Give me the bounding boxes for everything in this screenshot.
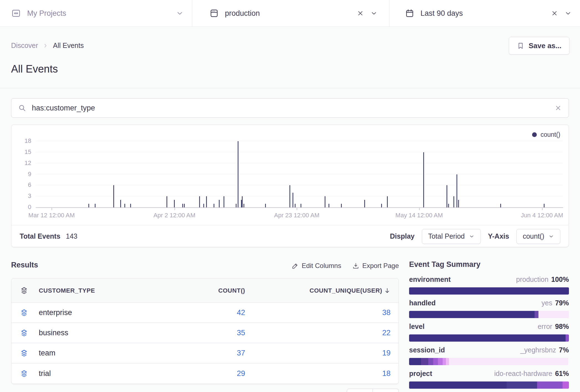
events-chart-panel: count() 0369121518 Mar 12 12:00 AMApr 2 … <box>11 125 569 247</box>
tag-summary-heading: Event Tag Summary <box>409 260 569 269</box>
tag-bar-segment[interactable] <box>409 311 535 318</box>
tag-bar[interactable] <box>409 287 569 295</box>
tag-group: handledyes79% <box>409 299 569 318</box>
chevron-down-icon[interactable] <box>176 9 184 17</box>
chart-gridline <box>36 141 563 141</box>
save-as-button[interactable]: Save as... <box>509 37 569 55</box>
edit-columns-button[interactable]: Edit Columns <box>292 262 341 270</box>
cell-count-unique[interactable]: 38 <box>245 308 391 317</box>
tag-bar-segment[interactable] <box>449 358 568 365</box>
search-bar[interactable] <box>11 98 569 118</box>
tag-bar-segment[interactable] <box>446 358 449 365</box>
chart-x-tick <box>297 208 297 210</box>
cell-count[interactable]: 42 <box>162 308 245 317</box>
stack-icon <box>20 309 28 317</box>
stack-icon <box>20 287 39 295</box>
chart-bar <box>458 200 459 207</box>
cell-count-unique[interactable]: 18 <box>245 369 391 378</box>
tag-bar-segment[interactable] <box>428 358 433 365</box>
chart-bar <box>242 196 243 207</box>
edit-columns-label: Edit Columns <box>302 262 341 270</box>
page-title: All Events <box>11 63 58 75</box>
environment-label: production <box>225 9 260 18</box>
tag-bar-segment[interactable] <box>409 334 566 342</box>
header-divider <box>0 88 580 88</box>
tag-bar-segment[interactable] <box>438 358 443 365</box>
breadcrumb-discover-link[interactable]: Discover <box>11 42 38 50</box>
chart-gridline <box>36 174 563 174</box>
chart-y-tick-label: 9 <box>15 171 31 178</box>
next-page-button[interactable] <box>373 389 399 392</box>
tag-name: project <box>409 370 432 378</box>
column-header-count-unique[interactable]: COUNT_UNIQUE(USER) <box>245 287 391 294</box>
display-dropdown[interactable]: Total Period <box>422 229 481 244</box>
tag-top-value: production <box>516 275 548 283</box>
tag-bar-segment[interactable] <box>538 311 569 318</box>
total-events-label: Total Events <box>20 232 60 240</box>
daterange-selector[interactable]: Last 90 days <box>389 0 580 27</box>
tag-bar-segment[interactable] <box>566 334 569 342</box>
y-axis-dropdown[interactable]: count() <box>516 229 560 244</box>
cell-count[interactable]: 37 <box>162 349 245 357</box>
column-header-count[interactable]: COUNT() <box>162 287 245 294</box>
chart-x-tick-label: May 14 12:00 AM <box>396 212 443 219</box>
tag-percent: 61% <box>555 370 569 377</box>
tag-bar-segment[interactable] <box>433 358 438 365</box>
environment-selector[interactable]: production <box>192 0 389 27</box>
table-row: team3719 <box>11 343 399 363</box>
tag-bar-segment[interactable] <box>537 381 563 389</box>
chart-bar <box>289 185 290 207</box>
tag-bar-segment[interactable] <box>409 381 507 389</box>
chart-bar <box>184 204 185 207</box>
tag-bar-segment[interactable] <box>507 381 537 389</box>
tag-percent: 79% <box>555 299 569 307</box>
tag-bar-segment[interactable] <box>535 311 538 318</box>
tag-bar-segment[interactable] <box>443 358 446 365</box>
bookmark-icon <box>517 42 524 50</box>
cell-count-unique[interactable]: 22 <box>245 329 391 337</box>
cell-customer-type: team <box>39 349 162 357</box>
tag-top-value: error <box>538 323 552 330</box>
tag-bar[interactable] <box>409 358 569 365</box>
tag-bar[interactable] <box>409 334 569 342</box>
environment-icon <box>209 9 219 18</box>
column-header-customer-type[interactable]: CUSTOMER_TYPE <box>39 287 162 294</box>
y-axis-dropdown-value: count() <box>523 232 544 240</box>
chart-bar <box>224 196 224 207</box>
chart-bar <box>364 200 365 207</box>
cell-count-unique[interactable]: 19 <box>245 349 391 357</box>
download-icon <box>352 262 359 269</box>
tag-group: session_id_yeghrsbnz7% <box>409 346 569 365</box>
tag-bar-segment[interactable] <box>563 381 569 389</box>
pagination <box>347 389 399 392</box>
tag-bar[interactable] <box>409 381 569 389</box>
tag-bar-segment[interactable] <box>421 358 428 365</box>
previous-page-button[interactable] <box>347 389 373 392</box>
clear-environment-icon[interactable] <box>356 9 364 17</box>
chart-bar <box>174 200 175 207</box>
project-selector[interactable]: My Projects <box>0 0 192 27</box>
total-events-value: 143 <box>66 232 78 240</box>
chart-legend[interactable]: count() <box>532 131 560 138</box>
tag-bar[interactable] <box>409 311 569 318</box>
chart-bar <box>243 204 244 207</box>
export-page-button[interactable]: Export Page <box>352 262 399 270</box>
top-navigation-bar: My Projects production <box>0 0 580 27</box>
search-input[interactable] <box>32 104 554 112</box>
chart-footer: Total Events 143 Display Total Period Y-… <box>11 225 569 247</box>
clear-search-icon[interactable] <box>554 104 562 112</box>
tag-bar-segment[interactable] <box>409 358 421 365</box>
tag-bar-segment[interactable] <box>409 287 569 295</box>
chart-bar <box>325 196 325 207</box>
clear-daterange-icon[interactable] <box>551 9 558 17</box>
tag-name: session_id <box>409 346 445 354</box>
cell-count[interactable]: 29 <box>162 369 245 378</box>
chart-y-tick-label: 15 <box>15 148 31 156</box>
cell-count[interactable]: 35 <box>162 329 245 337</box>
chevron-down-icon[interactable] <box>370 10 378 17</box>
chart-bar <box>301 204 301 207</box>
chevron-down-icon[interactable] <box>564 10 572 17</box>
cell-customer-type: trial <box>39 369 162 378</box>
chart-y-tick-label: 18 <box>15 137 31 145</box>
chevron-right-icon <box>42 43 48 49</box>
